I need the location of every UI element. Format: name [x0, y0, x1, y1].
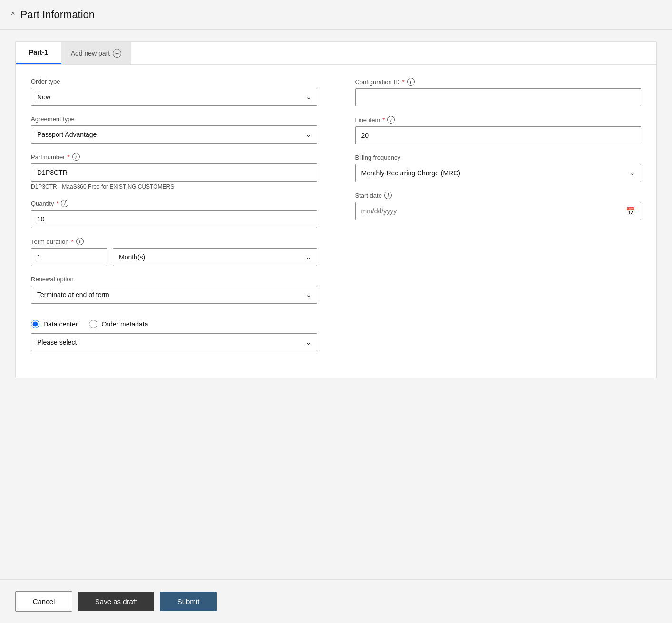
- tab-add-new-part[interactable]: Add new part +: [61, 42, 131, 64]
- line-item-label: Line item * i: [355, 116, 642, 124]
- part-number-hint: D1P3CTR - MaaS360 Free for EXISTING CUST…: [31, 183, 317, 190]
- part-number-label: Part number * i: [31, 153, 317, 161]
- radio-data-center[interactable]: Data center: [31, 320, 78, 328]
- form-left: Order type New Renewal Upgrade ⌄ Agr: [31, 78, 317, 361]
- config-id-info-icon[interactable]: i: [407, 78, 415, 86]
- term-unit-select[interactable]: Month(s) Year(s): [113, 248, 317, 266]
- order-type-field: Order type New Renewal Upgrade ⌄: [31, 78, 317, 106]
- configuration-id-label: Configuration ID * i: [355, 78, 642, 86]
- quantity-field: Quantity * i: [31, 200, 317, 228]
- add-new-part-label: Add new part: [71, 49, 110, 57]
- term-duration-field: Term duration * i Month(s) Year(s): [31, 238, 317, 266]
- collapse-icon[interactable]: ^: [11, 11, 15, 19]
- renewal-option-field: Renewal option Terminate at end of term …: [31, 276, 317, 304]
- footer: Cancel Save as draft Submit: [0, 579, 672, 623]
- billing-frequency-select[interactable]: Monthly Recurring Charge (MRC) Annual On…: [355, 164, 642, 182]
- save-draft-button[interactable]: Save as draft: [78, 592, 154, 611]
- quantity-input[interactable]: [31, 210, 317, 228]
- please-select-select[interactable]: Please select: [31, 333, 317, 351]
- billing-frequency-label: Billing frequency: [355, 154, 642, 161]
- part-number-info-icon[interactable]: i: [72, 153, 80, 161]
- radio-group: Data center Order metadata: [31, 320, 317, 328]
- radio-data-center-label: Data center: [43, 320, 78, 328]
- please-select-wrapper: Please select ⌄: [31, 333, 317, 351]
- radio-data-center-input[interactable]: [31, 320, 39, 328]
- term-duration-label: Term duration * i: [31, 238, 317, 245]
- main-content: Part-1 Add new part + Order type New: [0, 30, 672, 579]
- tabs-bar: Part-1 Add new part +: [16, 42, 656, 65]
- tab-part-1[interactable]: Part-1: [16, 42, 61, 64]
- start-date-input[interactable]: [355, 202, 642, 220]
- radio-order-metadata[interactable]: Order metadata: [89, 320, 148, 328]
- line-item-field: Line item * i: [355, 116, 642, 144]
- quantity-label: Quantity * i: [31, 200, 317, 207]
- config-id-required: *: [402, 78, 404, 86]
- page-header: ^ Part Information: [0, 0, 672, 30]
- start-date-info-icon[interactable]: i: [384, 192, 392, 199]
- order-type-select[interactable]: New Renewal Upgrade: [31, 88, 317, 106]
- agreement-type-field: Agreement type Passport Advantage Enterp…: [31, 115, 317, 144]
- renewal-option-select[interactable]: Terminate at end of term Auto-renew Manu…: [31, 286, 317, 304]
- quantity-required: *: [56, 200, 58, 207]
- agreement-type-select[interactable]: Passport Advantage Enterprise Standard: [31, 125, 317, 144]
- agreement-type-select-wrapper: Passport Advantage Enterprise Standard ⌄: [31, 125, 317, 144]
- part-number-field: Part number * i D1P3CTR - MaaS360 Free f…: [31, 153, 317, 190]
- configuration-id-input[interactable]: [355, 88, 642, 106]
- page-title: Part Information: [20, 9, 95, 21]
- calendar-icon[interactable]: 📅: [626, 207, 635, 216]
- radio-order-metadata-input[interactable]: [89, 320, 97, 328]
- line-item-required: *: [382, 116, 385, 124]
- please-select-field: Please select ⌄: [31, 333, 317, 351]
- quantity-info-icon[interactable]: i: [61, 200, 68, 207]
- renewal-option-label: Renewal option: [31, 276, 317, 283]
- form-area: Order type New Renewal Upgrade ⌄ Agr: [16, 65, 656, 378]
- billing-frequency-select-wrapper: Monthly Recurring Charge (MRC) Annual On…: [355, 164, 642, 182]
- start-date-wrapper: 📅: [355, 202, 642, 220]
- cancel-button[interactable]: Cancel: [15, 591, 72, 612]
- submit-button[interactable]: Submit: [160, 592, 217, 611]
- line-item-input[interactable]: [355, 126, 642, 144]
- start-date-label: Start date i: [355, 192, 642, 199]
- term-duration-input[interactable]: [31, 248, 107, 266]
- order-type-select-wrapper: New Renewal Upgrade ⌄: [31, 88, 317, 106]
- term-unit-select-wrapper: Month(s) Year(s) ⌄: [113, 248, 317, 266]
- start-date-field: Start date i 📅: [355, 192, 642, 220]
- renewal-option-select-wrapper: Terminate at end of term Auto-renew Manu…: [31, 286, 317, 304]
- billing-frequency-field: Billing frequency Monthly Recurring Char…: [355, 154, 642, 182]
- part-number-required: *: [68, 153, 70, 161]
- term-duration-info-icon[interactable]: i: [76, 238, 84, 245]
- order-type-label: Order type: [31, 78, 317, 85]
- term-duration-required: *: [71, 238, 73, 245]
- form-card: Part-1 Add new part + Order type New: [15, 41, 657, 378]
- line-item-info-icon[interactable]: i: [387, 116, 395, 124]
- radio-order-metadata-label: Order metadata: [101, 320, 148, 328]
- part-number-input[interactable]: [31, 163, 317, 182]
- configuration-id-field: Configuration ID * i: [355, 78, 642, 106]
- form-right: Configuration ID * i Line item * i: [355, 78, 642, 361]
- term-duration-row: Month(s) Year(s) ⌄: [31, 248, 317, 266]
- add-icon: +: [113, 49, 121, 58]
- form-grid: Order type New Renewal Upgrade ⌄ Agr: [31, 78, 641, 361]
- agreement-type-label: Agreement type: [31, 115, 317, 123]
